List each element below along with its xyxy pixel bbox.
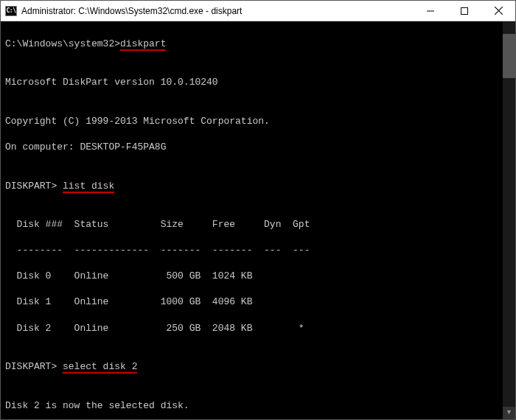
cmd-list-disk: list disk [63,181,114,193]
select-disk-msg: Disk 2 is now the selected disk. [5,399,511,413]
prompt-initial: C:\Windows\system32> [5,38,120,49]
disk-row: Disk 2 Online 250 GB 2048 KB * [5,322,511,335]
scroll-thumb[interactable] [503,34,515,78]
computer-line: On computer: DESKTOP-F45PA8G [5,141,511,154]
disk-row: Disk 1 Online 1000 GB 4096 KB [5,295,511,309]
console-output[interactable]: C:\Windows\system32>diskpart Microsoft D… [1,21,515,419]
copyright-line: Copyright (C) 1999-2013 Microsoft Corpor… [5,115,511,128]
window-controls [414,1,515,21]
minimize-button[interactable] [414,1,447,21]
cmd-diskpart: diskpart [120,38,166,51]
svg-rect-1 [461,7,468,14]
version-line: Microsoft DiskPart version 10.0.10240 [5,76,511,89]
scroll-down-arrow-icon[interactable]: ▼ [503,407,515,419]
maximize-button[interactable] [447,1,481,21]
scroll-track[interactable] [503,34,515,407]
cmd-icon: C:\ [5,6,17,16]
titlebar: C:\ Administrator: C:\Windows\System32\c… [1,1,515,21]
disk-divider: -------- ------------- ------- ------- -… [5,244,511,257]
prompt-dp: DISKPART> [5,181,63,192]
disk-row: Disk 0 Online 500 GB 1024 KB [5,270,511,283]
cmd-select-disk: select disk 2 [63,361,137,374]
close-button[interactable] [481,1,515,21]
window-title: Administrator: C:\Windows\System32\cmd.e… [21,6,414,16]
vertical-scrollbar[interactable]: ▲ ▼ [503,21,515,419]
disk-header: Disk ### Status Size Free Dyn Gpt [5,218,511,231]
cmd-window: C:\ Administrator: C:\Windows\System32\c… [0,0,516,420]
prompt-dp: DISKPART> [5,361,63,372]
